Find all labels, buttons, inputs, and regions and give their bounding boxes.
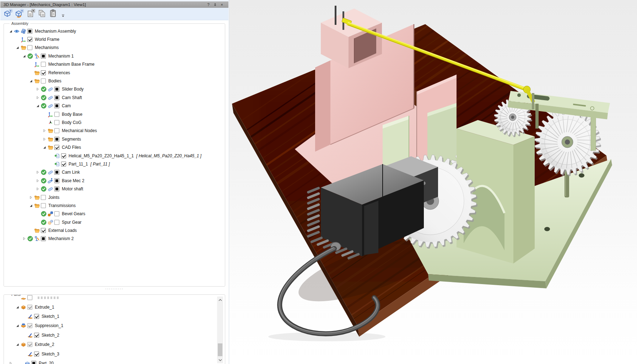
toolbar-button-import-assembly-cube[interactable] [15,9,24,19]
tree-row[interactable]: Slider Body [6,85,223,93]
expander-closed-icon[interactable] [35,96,40,99]
toolbar-button-delete-view[interactable] [26,9,36,19]
checkbox[interactable] [27,29,32,34]
checkbox[interactable] [54,178,59,183]
expander-open-icon[interactable] [42,146,47,149]
checkbox[interactable] [54,137,59,142]
checkbox[interactable] [54,186,59,191]
tree-row[interactable]: Mechanism Assembly [6,27,223,35]
checkbox[interactable] [41,70,46,75]
tree-row[interactable]: Cam Shaft [6,93,223,102]
tree-row[interactable]: Motor shaft [6,185,223,193]
scroll-down-button[interactable] [217,357,223,363]
toolbar-overflow-button[interactable] [61,12,65,19]
checkbox[interactable] [27,295,32,300]
expander-open-icon[interactable] [21,54,27,58]
expander-closed-icon[interactable] [28,196,33,199]
expander-closed-icon[interactable] [42,129,47,132]
expander-open-icon[interactable] [15,324,20,327]
titlebar[interactable]: 3D Manager - [Mechanics_Diagram1 : View1… [0,1,228,8]
expander-closed-icon[interactable] [21,237,27,240]
checkbox[interactable] [54,145,59,150]
toolbar-button-new-assembly-cube[interactable] [3,9,13,19]
tree-row[interactable]: Part_20 [6,359,223,364]
checkbox[interactable] [27,45,32,50]
panel-splitter[interactable]: ·········· [1,287,228,291]
tree-row[interactable]: Part_11_1[ Part_11 ] [6,160,223,168]
tree-row[interactable]: Extrude_2 [6,340,223,349]
checkbox[interactable] [54,103,59,108]
checkbox[interactable] [54,220,59,225]
tree-row[interactable] [6,295,223,302]
tree-row[interactable]: Sketch_2 [6,331,223,340]
3d-viewport[interactable] [229,0,637,364]
tree-row[interactable]: Mechanism Base Frame [6,60,223,69]
help-button[interactable]: ? [205,2,212,7]
expander-open-icon[interactable] [28,204,33,207]
checkbox[interactable] [31,361,36,364]
tree-row[interactable]: Mechanism 2 [6,235,223,243]
scroll-up-button[interactable] [217,297,223,303]
checkbox[interactable] [27,37,32,42]
checkbox[interactable] [54,112,59,117]
3d-scene[interactable] [229,0,637,364]
tree-row[interactable]: Mechanism 1 [6,52,223,60]
checkbox[interactable] [34,333,39,338]
tree-row[interactable]: Segments [6,135,223,143]
expander-closed-icon[interactable] [35,187,40,191]
checkbox[interactable] [61,162,66,167]
checkbox[interactable] [61,153,66,158]
close-button[interactable]: × [218,2,225,7]
tree-row[interactable]: Sketch_1 [6,312,223,321]
checkbox[interactable] [41,228,46,233]
expander-open-icon[interactable] [35,104,40,108]
expander-closed-icon[interactable] [8,362,13,364]
tree-row[interactable]: Suppression_1 [6,321,223,330]
checkbox[interactable] [27,323,32,328]
parts-scrollbar[interactable] [217,297,223,363]
toolbar-button-paste[interactable] [49,9,58,19]
tree-row[interactable]: Helical_M5_Pa20_Z20_Ha45_1_1[ Helical_M5… [6,152,223,160]
expander-closed-icon[interactable] [35,87,40,91]
tree-row[interactable]: World Frame [6,35,223,43]
tree-row[interactable]: Bevel Gears [6,210,223,218]
tree-row[interactable]: References [6,69,223,77]
expander-open-icon[interactable] [15,46,20,49]
checkbox[interactable] [54,87,59,92]
checkbox[interactable] [41,54,46,59]
tree-row[interactable]: Spur Gear [6,218,223,226]
checkbox[interactable] [41,236,46,241]
checkbox[interactable] [41,203,46,208]
expander-open-icon[interactable] [15,343,20,346]
checkbox[interactable] [54,128,59,133]
tree-row[interactable]: Body CoG [6,118,223,126]
expander-open-icon[interactable] [8,29,13,33]
tree-row[interactable]: Transmissions [6,201,223,210]
expander-open-icon[interactable] [28,79,33,83]
checkbox[interactable] [27,342,32,347]
tree-row[interactable]: External Loads [6,226,223,234]
expander-closed-icon[interactable] [35,170,40,174]
expander-open-icon[interactable] [15,305,20,309]
tree-row[interactable]: Body Base [6,110,223,118]
checkbox[interactable] [34,352,39,357]
tree-row[interactable]: Cam [6,102,223,110]
tree-row[interactable]: Bodies [6,77,223,85]
checkbox[interactable] [27,305,32,310]
tree-row[interactable]: Joints [6,193,223,201]
tree-row[interactable]: Base Mec 2 [6,176,223,185]
tree-row[interactable]: Extrude_1 [6,302,223,311]
scrollbar-thumb[interactable] [218,343,222,356]
tree-row[interactable]: CAD Files [6,143,223,151]
pin-button[interactable] [212,2,218,7]
tree-row[interactable]: Mechanical Nodes [6,127,223,135]
checkbox[interactable] [41,78,46,83]
toolbar-button-copy[interactable] [37,9,47,19]
expander-closed-icon[interactable] [35,179,40,183]
checkbox[interactable] [34,314,39,319]
checkbox[interactable] [41,62,46,67]
expander-closed-icon[interactable] [42,137,47,141]
checkbox[interactable] [54,120,59,125]
tree-row[interactable]: Cam Link [6,168,223,176]
tree-row[interactable]: Mechanisms [6,44,223,52]
